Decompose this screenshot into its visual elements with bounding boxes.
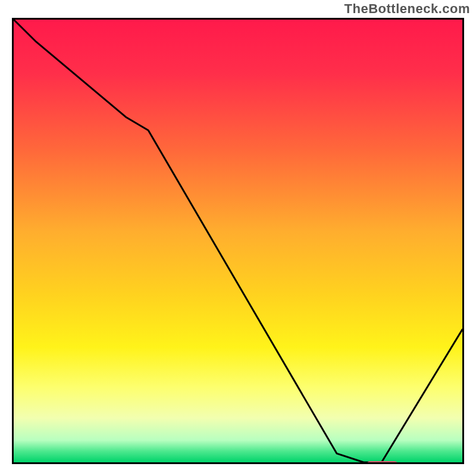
chart-container: TheBottleneck.com bbox=[0, 0, 476, 476]
watermark-text: TheBottleneck.com bbox=[345, 1, 470, 17]
bottleneck-curve bbox=[14, 20, 462, 462]
plot-area bbox=[12, 18, 464, 464]
optimal-marker bbox=[367, 461, 398, 464]
